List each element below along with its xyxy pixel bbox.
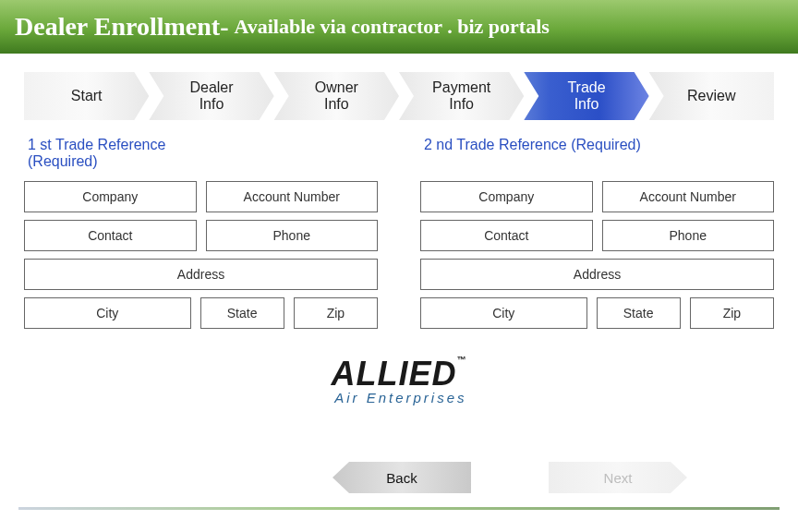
- footer-divider: [18, 507, 780, 510]
- step-label: Start: [71, 88, 103, 104]
- contact-input[interactable]: Contact: [24, 220, 197, 251]
- first-reference-column: 1 st Trade Reference (Required) Company …: [24, 137, 378, 336]
- step-payment-info[interactable]: Payment Info: [399, 72, 524, 120]
- state-input[interactable]: State: [200, 297, 284, 329]
- contact-input-2[interactable]: Contact: [420, 220, 593, 251]
- trademark-icon: ™: [457, 355, 467, 365]
- zip-input-2[interactable]: Zip: [690, 297, 774, 329]
- company-input[interactable]: Company: [24, 181, 197, 212]
- state-input-2[interactable]: State: [597, 297, 681, 329]
- header-title: Dealer Enrollment-: [15, 12, 228, 42]
- step-label: Dealer Info: [189, 79, 233, 114]
- header-bar: Dealer Enrollment- Available via contrac…: [0, 0, 798, 54]
- step-dealer-info[interactable]: Dealer Info: [149, 72, 273, 120]
- second-reference-title: 2 nd Trade Reference (Required): [420, 137, 774, 174]
- step-label: Owner Info: [315, 79, 358, 114]
- logo-text-top: ALLIED: [332, 355, 457, 393]
- city-input-2[interactable]: City: [420, 297, 587, 329]
- step-label: Review: [687, 88, 735, 104]
- city-input[interactable]: City: [24, 297, 191, 329]
- step-review[interactable]: Review: [649, 72, 774, 120]
- step-start[interactable]: Start: [24, 72, 149, 120]
- address-input[interactable]: Address: [24, 259, 378, 290]
- address-input-2[interactable]: Address: [420, 259, 774, 290]
- phone-input-2[interactable]: Phone: [602, 220, 775, 251]
- step-owner-info[interactable]: Owner Info: [274, 72, 399, 120]
- step-label: Payment Info: [432, 79, 490, 114]
- first-reference-title: 1 st Trade Reference (Required): [24, 137, 378, 174]
- second-reference-column: 2 nd Trade Reference (Required) Company …: [420, 137, 774, 336]
- company-input-2[interactable]: Company: [420, 181, 593, 212]
- next-button: Next: [549, 462, 687, 493]
- step-trade-info[interactable]: Trade Info: [524, 72, 648, 120]
- phone-input[interactable]: Phone: [206, 220, 379, 251]
- logo: ALLIED™ Air Enterprises: [0, 355, 798, 406]
- account-number-input-2[interactable]: Account Number: [602, 181, 775, 212]
- zip-input[interactable]: Zip: [294, 297, 378, 329]
- step-label: Trade Info: [567, 79, 605, 114]
- step-indicator: Start Dealer Info Owner Info Payment Inf…: [24, 72, 774, 120]
- account-number-input[interactable]: Account Number: [206, 181, 379, 212]
- back-button[interactable]: Back: [332, 462, 471, 493]
- header-subtitle: Available via contractor . biz portals: [234, 15, 549, 39]
